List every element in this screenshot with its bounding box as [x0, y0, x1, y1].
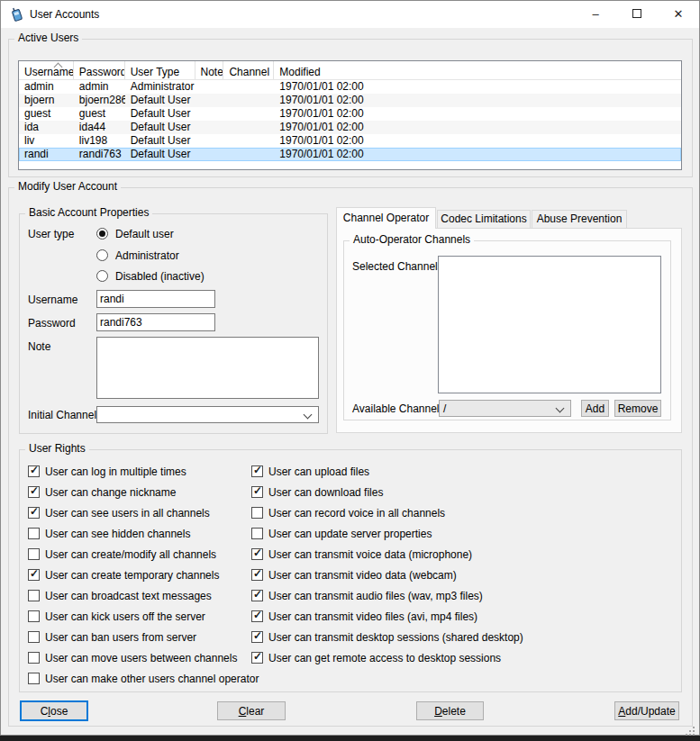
checkbox[interactable]: ✓	[251, 569, 263, 581]
tab-channel-operator[interactable]: Channel Operator	[336, 207, 436, 229]
username-input[interactable]	[96, 290, 215, 308]
column-header-username[interactable]: Username	[19, 61, 74, 79]
users-table-body: adminadminAdministrator1970/01/01 02:00b…	[19, 80, 681, 161]
user-right-label: User can get remote access to desktop se…	[268, 652, 501, 664]
checkbox[interactable]	[28, 548, 40, 560]
password-input[interactable]	[96, 313, 215, 331]
tab-codec-limitations[interactable]: Codec Limitations	[437, 210, 531, 229]
available-channels-combobox[interactable]: /	[439, 400, 571, 417]
checkbox[interactable]: ✓	[28, 486, 40, 498]
add-channel-button[interactable]: Add	[581, 400, 609, 417]
radio-icon[interactable]	[96, 228, 108, 239]
initial-channel-combobox[interactable]	[96, 406, 319, 423]
users-table-header: UsernamePasswordUser TypeNoteChannelModi…	[19, 61, 681, 80]
column-header-channel[interactable]: Channel	[223, 61, 274, 79]
checkbox[interactable]	[28, 673, 40, 684]
checkmark-icon: ✓	[253, 464, 262, 476]
column-header-modified[interactable]: Modified	[274, 61, 681, 79]
table-cell: 1970/01/01 02:00	[274, 121, 681, 134]
radio-option-default-user[interactable]: Default user	[96, 225, 174, 239]
checkbox[interactable]: ✓	[28, 465, 40, 477]
auto-operator-channels-group-label: Auto-Operator Channels	[350, 233, 474, 246]
table-row[interactable]: randirandi763Default User1970/01/01 02:0…	[19, 148, 681, 161]
user-right-label: User can change nickname	[45, 486, 176, 499]
table-cell	[223, 80, 274, 94]
checkbox[interactable]	[28, 590, 40, 601]
table-cell: Default User	[125, 134, 195, 148]
checkbox[interactable]	[28, 631, 40, 643]
table-cell: admin	[19, 80, 74, 94]
checkbox[interactable]: ✓	[251, 548, 263, 560]
remove-channel-button[interactable]: Remove	[614, 400, 661, 417]
checkmark-icon: ✓	[30, 484, 39, 497]
checkmark-icon: ✓	[253, 609, 262, 621]
table-cell: bjoern286	[74, 94, 125, 107]
user-rights-group-label: User Rights	[25, 442, 89, 455]
table-cell	[195, 94, 224, 107]
maximize-button[interactable]	[616, 1, 658, 28]
username-label: Username	[28, 294, 77, 306]
add-update-button[interactable]: Add/Update	[614, 701, 679, 720]
checkbox[interactable]: ✓	[251, 590, 263, 601]
resize-grip[interactable]	[686, 727, 687, 728]
table-row[interactable]: adminadminAdministrator1970/01/01 02:00	[19, 80, 681, 94]
user-right-label: User can transmit desktop sessions (shar…	[268, 631, 523, 644]
tab-abuse-prevention[interactable]: Abuse Prevention	[532, 210, 627, 229]
users-table[interactable]: UsernamePasswordUser TypeNoteChannelModi…	[18, 60, 682, 170]
available-channels-label: Available Channels	[352, 402, 445, 415]
checkbox[interactable]: ✓	[28, 507, 40, 519]
checkbox[interactable]: ✓	[251, 610, 263, 622]
close-button[interactable]: Close	[20, 700, 88, 721]
user-right-label: User can upload files	[268, 465, 369, 478]
user-right-label: User can transmit video files (avi, mp4 …	[268, 610, 477, 623]
column-header-note[interactable]: Note	[195, 61, 224, 79]
table-cell	[223, 134, 274, 148]
table-cell: ida44	[74, 121, 125, 134]
user-right-label: User can kick users off the server	[45, 610, 205, 623]
column-header-user-type[interactable]: User Type	[125, 61, 195, 79]
table-row[interactable]: guestguestDefault User1970/01/01 02:00	[19, 107, 681, 121]
checkbox[interactable]: ✓	[251, 652, 263, 664]
table-cell: ida	[19, 121, 74, 134]
checkbox[interactable]: ✓	[251, 465, 263, 477]
table-cell: 1970/01/01 02:00	[274, 80, 681, 94]
radio-icon[interactable]	[96, 249, 108, 261]
table-cell: admin	[74, 80, 125, 94]
clear-button[interactable]: Clear	[217, 701, 286, 720]
checkbox[interactable]	[251, 528, 263, 539]
radio-icon[interactable]	[96, 270, 108, 282]
table-cell: guest	[19, 107, 74, 121]
user-right-label: User can download files	[268, 486, 383, 499]
radio-label: Administrator	[115, 249, 179, 262]
table-row[interactable]: bjoernbjoern286Default User1970/01/01 02…	[19, 94, 681, 107]
chevron-down-icon	[304, 411, 313, 420]
minimize-button[interactable]: –	[575, 1, 616, 28]
radio-option-disabled-inactive-[interactable]: Disabled (inactive)	[96, 267, 205, 282]
column-header-password[interactable]: Password	[74, 61, 125, 79]
user-right-label: User can ban users from server	[45, 631, 196, 644]
checkmark-icon: ✓	[253, 629, 262, 642]
delete-button[interactable]: Delete	[416, 701, 484, 720]
table-row[interactable]: idaida44Default User1970/01/01 02:00	[19, 121, 681, 134]
maximize-icon	[632, 9, 641, 18]
checkbox[interactable]: ✓	[251, 486, 263, 498]
note-textarea[interactable]	[96, 337, 319, 399]
checkbox[interactable]: ✓	[28, 569, 40, 581]
table-cell: liv198	[74, 134, 125, 148]
user-right-label: User can see users in all channels	[45, 507, 210, 520]
radio-option-administrator[interactable]: Administrator	[96, 247, 179, 261]
table-cell: Default User	[125, 107, 195, 121]
checkbox[interactable]: ✓	[251, 631, 263, 643]
checkbox[interactable]	[28, 528, 40, 539]
active-users-group-label: Active Users	[14, 32, 82, 44]
table-row[interactable]: livliv198Default User1970/01/01 02:00	[19, 134, 681, 148]
user-right-label: User can update server properties	[268, 528, 432, 540]
selected-channels-listbox[interactable]	[438, 256, 661, 393]
checkmark-icon: ✓	[253, 650, 262, 663]
table-cell	[223, 107, 274, 121]
close-window-button[interactable]: ✕	[658, 1, 699, 28]
checkbox[interactable]	[28, 652, 40, 664]
chevron-down-icon	[556, 404, 565, 413]
checkbox[interactable]	[251, 507, 263, 519]
checkbox[interactable]	[28, 610, 40, 622]
